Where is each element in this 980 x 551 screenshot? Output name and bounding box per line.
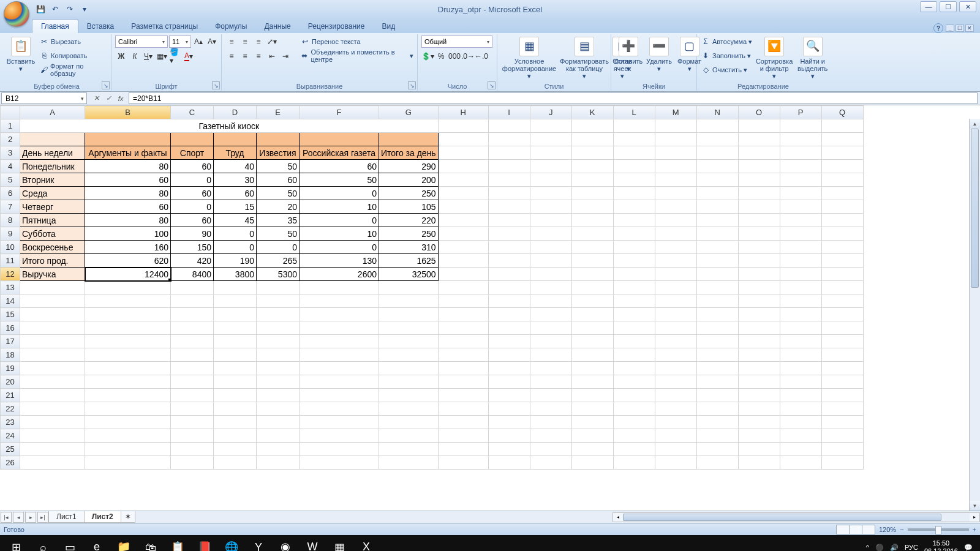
adobe-icon[interactable]: 📕 [191, 536, 218, 551]
indent-inc[interactable]: ⇥ [279, 50, 292, 62]
cell-L15[interactable] [613, 308, 655, 321]
cell-O20[interactable] [738, 375, 780, 389]
cell-K14[interactable] [571, 294, 613, 308]
cell-L22[interactable] [613, 402, 655, 416]
horizontal-scrollbar[interactable]: ◂ ▸ [612, 512, 980, 522]
cell-A8[interactable]: Пятница [20, 214, 85, 227]
cell-L13[interactable] [613, 281, 655, 294]
cell-G9[interactable]: 250 [379, 227, 439, 241]
cell-A18[interactable] [20, 348, 85, 362]
cell-L7[interactable] [613, 200, 655, 214]
cell-I1[interactable] [488, 119, 530, 133]
fx-button[interactable]: fx [115, 93, 126, 104]
zoom-slider[interactable] [908, 528, 969, 531]
tab-review[interactable]: Рецензирование [300, 20, 374, 33]
cell-G16[interactable] [379, 321, 439, 335]
align-top[interactable]: ≡ [225, 36, 238, 48]
cell-I12[interactable] [488, 268, 530, 281]
header-cell[interactable]: Российская газета [300, 146, 379, 160]
cell-I10[interactable] [488, 241, 530, 254]
cell-K10[interactable] [571, 241, 613, 254]
cell-A25[interactable] [20, 443, 85, 456]
col-header-B[interactable]: B [85, 106, 171, 119]
cell-B15[interactable] [85, 308, 171, 321]
cell-G4[interactable]: 290 [379, 160, 439, 173]
row-header-12[interactable]: 12 [1, 268, 20, 281]
delete-cells-button[interactable]: ➖Удалить▾ [646, 36, 673, 73]
cell-O22[interactable] [738, 402, 780, 416]
cell-G10[interactable]: 310 [379, 241, 439, 254]
cell-L8[interactable] [613, 214, 655, 227]
cell-K26[interactable] [571, 456, 613, 470]
cell-A4[interactable]: Понедельник [20, 160, 85, 173]
cell-Q4[interactable] [821, 160, 863, 173]
cell-O13[interactable] [738, 281, 780, 294]
cell-G15[interactable] [379, 308, 439, 321]
cell[interactable] [300, 133, 379, 146]
cell-H19[interactable] [438, 362, 488, 375]
cell-J24[interactable] [530, 429, 571, 443]
cell-N24[interactable] [696, 429, 738, 443]
close-button[interactable]: ✕ [959, 1, 976, 12]
cell-O17[interactable] [738, 335, 780, 348]
cell-P13[interactable] [780, 281, 821, 294]
cell-M3[interactable] [655, 146, 696, 160]
cell-C9[interactable]: 90 [171, 227, 214, 241]
indent-dec[interactable]: ⇤ [266, 50, 278, 62]
cell-N8[interactable] [696, 214, 738, 227]
formula-input[interactable]: =20*B11 [129, 92, 978, 104]
cell-D6[interactable]: 60 [214, 187, 257, 200]
cell-D10[interactable]: 0 [214, 241, 257, 254]
cell-Q25[interactable] [821, 443, 863, 456]
cell-N11[interactable] [696, 254, 738, 268]
cell-D9[interactable]: 0 [214, 227, 257, 241]
col-header-F[interactable]: F [300, 106, 379, 119]
cell-E8[interactable]: 35 [257, 214, 300, 227]
cell-B16[interactable] [85, 321, 171, 335]
row-header-25[interactable]: 25 [1, 443, 20, 456]
cell-F10[interactable]: 0 [300, 241, 379, 254]
cell-G18[interactable] [379, 348, 439, 362]
cell-M23[interactable] [655, 416, 696, 429]
cell-N23[interactable] [696, 416, 738, 429]
row-header-2[interactable]: 2 [1, 133, 20, 146]
cell-M9[interactable] [655, 227, 696, 241]
cell-P23[interactable] [780, 416, 821, 429]
col-header-I[interactable]: I [488, 106, 530, 119]
cell-J8[interactable] [530, 214, 571, 227]
row-header-10[interactable]: 10 [1, 241, 20, 254]
cell-E5[interactable]: 60 [257, 173, 300, 187]
cell-Q1[interactable] [821, 119, 863, 133]
cell-C20[interactable] [171, 375, 214, 389]
col-header-N[interactable]: N [696, 106, 738, 119]
cell-Q23[interactable] [821, 416, 863, 429]
cell-B7[interactable]: 60 [85, 200, 171, 214]
cell-L19[interactable] [613, 362, 655, 375]
row-header-15[interactable]: 15 [1, 308, 20, 321]
cell-N19[interactable] [696, 362, 738, 375]
cell-P20[interactable] [780, 375, 821, 389]
ribbon-restore[interactable]: ☐ [956, 24, 964, 32]
scroll-down[interactable]: ▼ [970, 501, 980, 511]
cell-N25[interactable] [696, 443, 738, 456]
cell-A5[interactable]: Вторник [20, 173, 85, 187]
cell-B22[interactable] [85, 402, 171, 416]
zoom-in[interactable]: + [973, 526, 976, 533]
help-icon[interactable]: ? [933, 23, 943, 33]
cell-H11[interactable] [438, 254, 488, 268]
cell-B17[interactable] [85, 335, 171, 348]
cell-K19[interactable] [571, 362, 613, 375]
align-right[interactable]: ≡ [252, 50, 265, 62]
ribbon-minimize[interactable]: _ [946, 24, 954, 32]
col-header-A[interactable]: A [20, 106, 85, 119]
cell-E10[interactable]: 0 [257, 241, 300, 254]
cell-D19[interactable] [214, 362, 257, 375]
format-painter-button[interactable]: 🖌Формат по образцу [39, 64, 107, 76]
cell-C15[interactable] [171, 308, 214, 321]
cell-I21[interactable] [488, 389, 530, 402]
cell-G17[interactable] [379, 335, 439, 348]
cell-B11[interactable]: 620 [85, 254, 171, 268]
conditional-format-button[interactable]: ▦Условное форматирование▾ [501, 36, 557, 81]
cell-K24[interactable] [571, 429, 613, 443]
col-header-D[interactable]: D [214, 106, 257, 119]
